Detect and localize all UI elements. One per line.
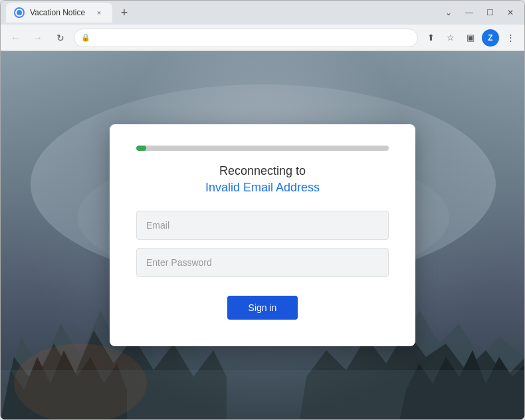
- forward-button[interactable]: →: [29, 29, 47, 47]
- reconnecting-text: Reconnecting to: [136, 164, 389, 178]
- title-bar: Vacation Notice × + ⌄ — ☐ ✕: [1, 1, 524, 25]
- title-bar-right: ⌄ — ☐ ✕: [443, 7, 519, 19]
- reload-button[interactable]: ↻: [51, 29, 70, 47]
- page-content: DHLI Reconnecting to Invalid Email Addre…: [1, 51, 524, 419]
- menu-icon[interactable]: ⋮: [502, 29, 519, 47]
- maximize-button[interactable]: ☐: [484, 7, 496, 19]
- tab-list-button[interactable]: ⌄: [443, 7, 455, 19]
- browser-tab[interactable]: Vacation Notice ×: [6, 3, 112, 23]
- profile-avatar[interactable]: Z: [482, 29, 499, 47]
- share-icon[interactable]: ⬆: [422, 29, 439, 47]
- password-input[interactable]: [136, 248, 389, 277]
- back-button[interactable]: ←: [6, 29, 25, 47]
- email-input[interactable]: [136, 211, 389, 240]
- close-button[interactable]: ✕: [504, 7, 516, 19]
- nav-bar: ← → ↻ 🔒 ⬆ ☆ ▣ Z ⋮: [1, 25, 524, 51]
- modal-overlay: Reconnecting to Invalid Email Address Si…: [1, 51, 524, 419]
- address-bar[interactable]: 🔒: [74, 29, 418, 47]
- sidebar-toggle-icon[interactable]: ▣: [462, 29, 479, 47]
- tab-close-button[interactable]: ×: [94, 7, 104, 18]
- minimize-button[interactable]: —: [463, 7, 476, 19]
- sign-in-button[interactable]: Sign in: [227, 296, 298, 320]
- login-modal: Reconnecting to Invalid Email Address Si…: [110, 124, 415, 346]
- title-bar-left: Vacation Notice × +: [6, 3, 440, 23]
- browser-window: Vacation Notice × + ⌄ — ☐ ✕ ← → ↻ 🔒 ⬆ ☆: [0, 0, 525, 420]
- progress-bar-fill: [136, 146, 146, 151]
- progress-bar-container: [136, 146, 389, 151]
- tab-favicon-icon: [14, 7, 25, 18]
- nav-right-icons: ⬆ ☆ ▣ Z ⋮: [422, 29, 519, 47]
- new-tab-button[interactable]: +: [115, 3, 134, 22]
- lock-icon: 🔒: [81, 33, 90, 42]
- invalid-email-text: Invalid Email Address: [136, 181, 389, 195]
- bookmark-icon[interactable]: ☆: [442, 29, 459, 47]
- tab-title: Vacation Notice: [30, 8, 88, 17]
